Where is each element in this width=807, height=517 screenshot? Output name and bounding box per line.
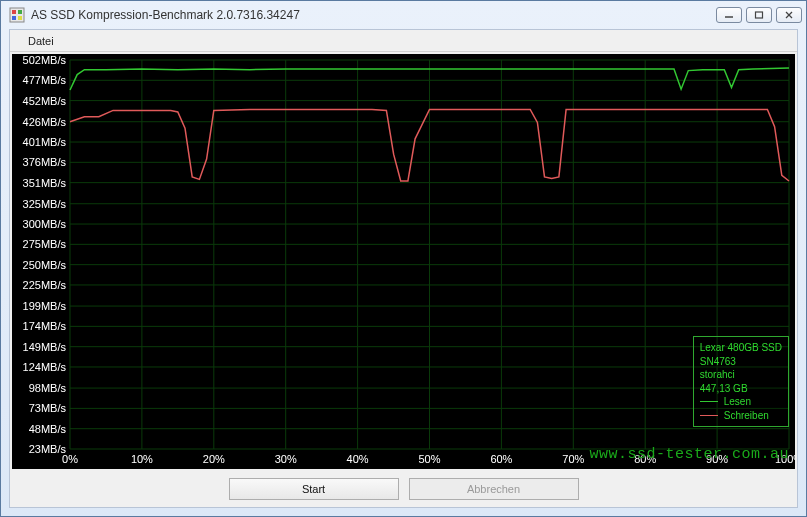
client-area: Datei 502MB/s477MB/s452MB/s426MB/s401MB/…	[9, 29, 798, 508]
legend-box: Lexar 480GB SSD SN4763 storahci 447,13 G…	[693, 336, 789, 427]
chart-svg: 502MB/s477MB/s452MB/s426MB/s401MB/s376MB…	[12, 54, 795, 469]
svg-text:0%: 0%	[62, 453, 78, 465]
legend-driver: storahci	[700, 368, 782, 382]
close-button[interactable]	[776, 7, 802, 23]
svg-rect-1	[12, 10, 16, 14]
svg-text:199MB/s: 199MB/s	[23, 300, 67, 312]
svg-text:70%: 70%	[562, 453, 584, 465]
legend-device: Lexar 480GB SSD	[700, 341, 782, 355]
svg-text:275MB/s: 275MB/s	[23, 238, 67, 250]
footer: Start Abbrechen	[10, 471, 797, 507]
svg-rect-3	[12, 16, 16, 20]
menu-file[interactable]: Datei	[20, 33, 62, 49]
svg-text:401MB/s: 401MB/s	[23, 136, 67, 148]
svg-text:426MB/s: 426MB/s	[23, 116, 67, 128]
legend-write-row: Schreiben	[700, 409, 782, 423]
svg-text:174MB/s: 174MB/s	[23, 320, 67, 332]
legend-capacity: 447,13 GB	[700, 382, 782, 396]
svg-text:376MB/s: 376MB/s	[23, 156, 67, 168]
legend-read-row: Lesen	[700, 395, 782, 409]
minimize-button[interactable]	[716, 7, 742, 23]
svg-text:48MB/s: 48MB/s	[29, 423, 67, 435]
svg-text:23MB/s: 23MB/s	[29, 443, 67, 455]
svg-text:149MB/s: 149MB/s	[23, 341, 67, 353]
start-button[interactable]: Start	[229, 478, 399, 500]
svg-text:124MB/s: 124MB/s	[23, 361, 67, 373]
svg-text:20%: 20%	[203, 453, 225, 465]
svg-rect-2	[18, 10, 22, 14]
svg-text:250MB/s: 250MB/s	[23, 259, 67, 271]
legend-read-swatch	[700, 401, 718, 402]
legend-read-label: Lesen	[724, 395, 751, 409]
watermark: www.ssd-tester.com.au	[589, 446, 789, 463]
window-controls	[716, 7, 802, 23]
svg-text:73MB/s: 73MB/s	[29, 402, 67, 414]
svg-text:300MB/s: 300MB/s	[23, 218, 67, 230]
app-window: AS SSD Kompression-Benchmark 2.0.7316.34…	[0, 0, 807, 517]
svg-text:40%: 40%	[347, 453, 369, 465]
titlebar: AS SSD Kompression-Benchmark 2.0.7316.34…	[1, 1, 806, 29]
svg-text:10%: 10%	[131, 453, 153, 465]
svg-text:30%: 30%	[275, 453, 297, 465]
chart-area: 502MB/s477MB/s452MB/s426MB/s401MB/s376MB…	[12, 54, 795, 469]
maximize-button[interactable]	[746, 7, 772, 23]
svg-text:98MB/s: 98MB/s	[29, 382, 67, 394]
window-title: AS SSD Kompression-Benchmark 2.0.7316.34…	[31, 8, 716, 22]
svg-rect-6	[756, 12, 763, 18]
svg-text:325MB/s: 325MB/s	[23, 198, 67, 210]
svg-text:452MB/s: 452MB/s	[23, 95, 67, 107]
menubar: Datei	[10, 30, 797, 52]
svg-text:60%: 60%	[490, 453, 512, 465]
svg-text:225MB/s: 225MB/s	[23, 279, 67, 291]
app-icon	[9, 7, 25, 23]
svg-text:477MB/s: 477MB/s	[23, 74, 67, 86]
svg-rect-4	[18, 16, 22, 20]
legend-serial: SN4763	[700, 355, 782, 369]
svg-text:351MB/s: 351MB/s	[23, 177, 67, 189]
legend-write-swatch	[700, 415, 718, 416]
svg-text:502MB/s: 502MB/s	[23, 54, 67, 66]
legend-write-label: Schreiben	[724, 409, 769, 423]
svg-text:50%: 50%	[418, 453, 440, 465]
cancel-button[interactable]: Abbrechen	[409, 478, 579, 500]
